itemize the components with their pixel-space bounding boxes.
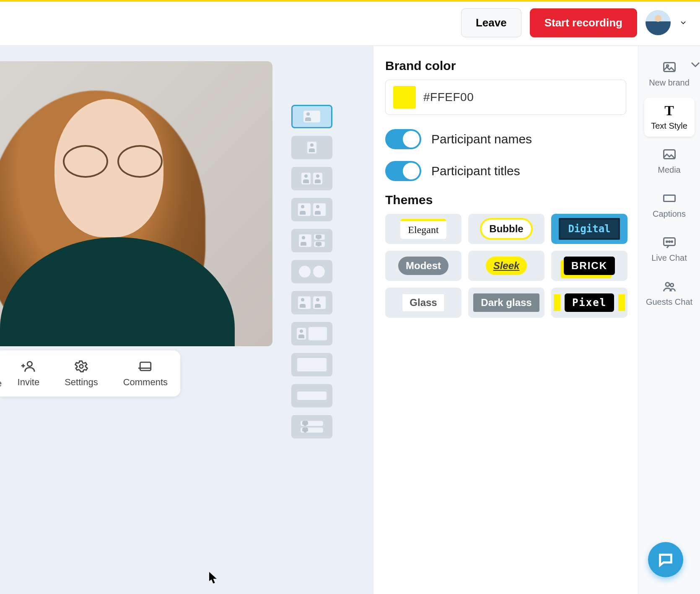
rail-media[interactable]: Media [644, 141, 695, 181]
speech-bubble-icon [657, 551, 674, 568]
user-menu-chevron-icon[interactable] [679, 18, 687, 27]
theme-sleek[interactable]: Sleek [468, 251, 544, 281]
brand-color-input[interactable]: #FFEF00 [385, 80, 626, 115]
layout-presets-column [291, 105, 337, 438]
rail-captions-label: Captions [653, 209, 686, 219]
rail-text-style-label: Text Style [651, 121, 687, 131]
stage-controls-bar: e Invite Settings Comments [0, 350, 180, 397]
comments-icon [138, 359, 153, 374]
participant-names-label: Participant names [431, 132, 532, 146]
layout-lower-third[interactable] [291, 384, 332, 407]
rail-text-style[interactable]: T Text Style [644, 98, 695, 137]
theme-brick[interactable]: BRICK [551, 251, 627, 281]
rail-new-brand-label: New brand [649, 78, 690, 88]
layout-fullscreen[interactable] [291, 353, 332, 376]
gear-icon [74, 359, 88, 374]
user-avatar[interactable] [646, 10, 671, 35]
start-recording-button[interactable]: Start recording [530, 8, 637, 37]
svg-point-15 [670, 283, 674, 287]
captions-icon [662, 191, 677, 206]
layout-single-small[interactable] [291, 136, 332, 159]
people-icon [662, 279, 677, 294]
rail-guests-chat-label: Guests Chat [646, 297, 692, 307]
participant-names-toggle[interactable] [385, 129, 421, 149]
chat-icon [662, 235, 677, 250]
participant-video [0, 61, 272, 346]
theme-glass[interactable]: Glass [385, 288, 461, 318]
participant-titles-label: Participant titles [431, 164, 520, 178]
layout-two-large[interactable] [291, 198, 332, 221]
svg-point-12 [669, 241, 670, 242]
layout-two-row[interactable] [291, 167, 332, 190]
themes-grid: Elegant Bubble Digital Modest Sleek BRIC… [385, 214, 626, 318]
color-swatch[interactable] [393, 86, 416, 109]
theme-bubble[interactable]: Bubble [468, 214, 544, 244]
svg-rect-4 [140, 362, 151, 371]
mouse-cursor-icon [209, 572, 218, 585]
brand-settings-panel: Brand color #FFEF00 Participant names Pa… [373, 46, 638, 594]
stage-area: e Invite Settings Comments [0, 46, 373, 594]
top-header: Leave Start recording [0, 0, 700, 46]
brand-color-heading: Brand color [385, 59, 626, 73]
theme-modest[interactable]: Modest [385, 251, 461, 281]
svg-rect-9 [664, 195, 675, 202]
settings-button[interactable]: Settings [65, 359, 98, 388]
invite-button[interactable]: Invite [18, 359, 40, 388]
participant-titles-toggle[interactable] [385, 161, 421, 181]
theme-dark-glass[interactable]: Dark glass [468, 288, 544, 318]
leave-button[interactable]: Leave [461, 8, 521, 37]
rail-captions[interactable]: Captions [644, 185, 695, 225]
theme-elegant[interactable]: Elegant [385, 214, 461, 244]
svg-point-3 [80, 365, 83, 368]
layout-stacked[interactable] [291, 415, 332, 438]
themes-heading: Themes [385, 193, 626, 207]
layout-circles[interactable] [291, 260, 332, 283]
text-style-icon: T [664, 104, 674, 118]
rail-new-brand[interactable]: New brand [644, 54, 695, 93]
svg-point-14 [666, 283, 669, 286]
image-icon [662, 60, 677, 75]
layout-one-plus-two[interactable] [291, 229, 332, 252]
truncated-control-label: e [0, 378, 2, 389]
rail-guests-chat[interactable]: Guests Chat [644, 273, 695, 313]
comments-label: Comments [123, 377, 168, 388]
svg-point-13 [671, 241, 672, 242]
comments-button[interactable]: Comments [123, 359, 168, 388]
svg-point-11 [666, 241, 667, 242]
layout-side-by-side[interactable] [291, 291, 332, 314]
person-plus-icon [21, 359, 36, 374]
invite-label: Invite [18, 377, 40, 388]
rail-live-chat-label: Live Chat [651, 253, 687, 263]
brand-color-value: #FFEF00 [423, 91, 474, 104]
settings-label: Settings [65, 377, 98, 388]
layout-pip[interactable] [291, 322, 332, 345]
right-rail: New brand T Text Style Media Captions Li… [638, 46, 700, 594]
help-chat-button[interactable] [648, 542, 683, 577]
svg-point-0 [27, 362, 32, 366]
rail-live-chat[interactable]: Live Chat [644, 229, 695, 269]
theme-pixel[interactable]: Pixel [551, 288, 627, 318]
media-icon [662, 147, 677, 162]
theme-digital[interactable]: Digital [551, 214, 627, 244]
layout-single[interactable] [291, 105, 332, 128]
chevron-down-icon [688, 57, 694, 63]
rail-media-label: Media [658, 165, 680, 175]
